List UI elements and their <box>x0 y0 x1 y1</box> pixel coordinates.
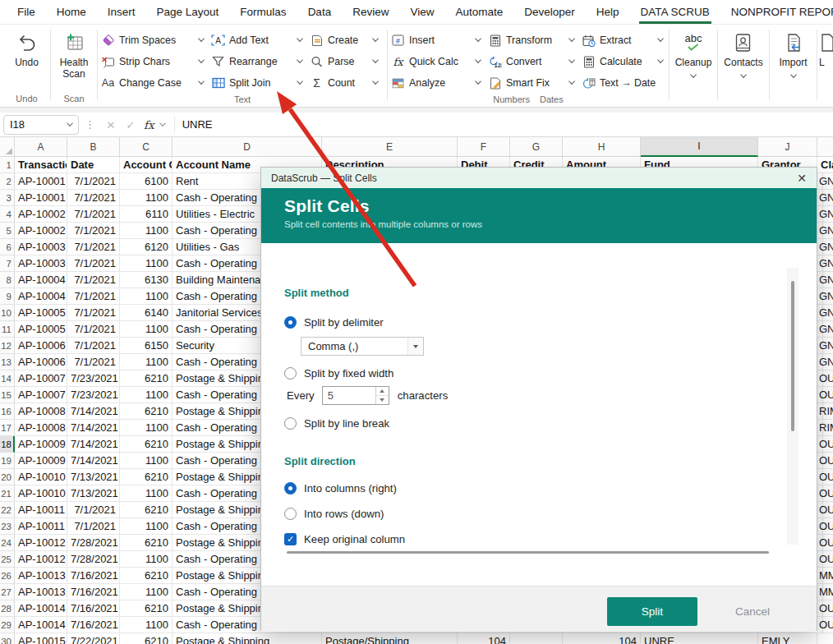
analyze-button[interactable]: Analyze <box>388 72 485 94</box>
menu-tab-page-layout[interactable]: Page Layout <box>146 1 230 24</box>
cell-A10[interactable]: AP-10005 <box>15 305 67 321</box>
chevron-down-icon[interactable] <box>568 57 575 63</box>
cell-B10[interactable]: 7/1/2021 <box>67 305 120 321</box>
cell-A22[interactable]: AP-10011 <box>15 502 67 518</box>
cell-K1[interactable]: Class <box>817 157 833 173</box>
row-header-3[interactable]: 3 <box>0 190 15 206</box>
cell-B20[interactable]: 7/13/2021 <box>67 469 120 485</box>
cell-A16[interactable]: AP-10008 <box>15 403 67 420</box>
row-header-2[interactable]: 2 <box>0 173 15 190</box>
row-header-20[interactable]: 20 <box>0 469 15 485</box>
row-header-24[interactable]: 24 <box>0 535 15 551</box>
cell-K4[interactable] <box>823 206 833 223</box>
row-header-19[interactable]: 19 <box>0 453 15 469</box>
stepper-up-icon[interactable] <box>376 387 389 396</box>
cell-H30[interactable]: 104 <box>563 633 641 644</box>
cell-K10[interactable] <box>823 305 833 321</box>
cell-A3[interactable]: AP-10001 <box>15 190 67 206</box>
cell-G30[interactable] <box>510 633 563 644</box>
cell-A20[interactable]: AP-10010 <box>15 469 67 485</box>
menu-tab-review[interactable]: Review <box>342 1 399 24</box>
split-join-button[interactable]: Split Join <box>208 72 306 94</box>
cell-B4[interactable]: 7/1/2021 <box>67 206 120 223</box>
cell-B17[interactable]: 7/14/2021 <box>67 420 120 436</box>
chevron-down-icon[interactable] <box>568 78 575 85</box>
confirm-entry-icon[interactable]: ✓ <box>121 118 140 131</box>
cell-K27[interactable] <box>823 584 833 600</box>
menu-tab-help[interactable]: Help <box>586 1 630 24</box>
row-header-9[interactable]: 9 <box>0 288 15 305</box>
clipped-button[interactable]: L <box>817 26 833 69</box>
row-header-17[interactable]: 17 <box>0 420 15 436</box>
chevron-down-icon[interactable] <box>297 35 303 42</box>
cell-B30[interactable]: 7/22/2021 <box>67 633 120 644</box>
cell-B26[interactable]: 7/16/2021 <box>67 568 120 584</box>
select-all-corner[interactable] <box>0 137 15 157</box>
row-header-22[interactable]: 22 <box>0 502 15 518</box>
cell-A23[interactable]: AP-10011 <box>15 518 67 535</box>
chevron-down-icon[interactable] <box>690 71 697 78</box>
cell-C24[interactable]: 6210 <box>120 535 173 551</box>
menu-tab-developer[interactable]: Developer <box>513 1 586 24</box>
cell-B8[interactable]: 7/1/2021 <box>67 272 120 288</box>
cell-K11[interactable] <box>823 321 833 338</box>
column-header-J[interactable]: J <box>758 137 817 157</box>
import-button[interactable]: Import <box>770 26 817 77</box>
row-header-15[interactable]: 15 <box>0 387 15 403</box>
cell-B9[interactable]: 7/1/2021 <box>67 288 120 305</box>
cell-K7[interactable] <box>823 255 833 272</box>
cell-C2[interactable]: 6100 <box>120 173 173 190</box>
text-to-date-button[interactable]: Text → Date <box>578 72 667 94</box>
menu-tab-data-scrub[interactable]: DATA SCRUB <box>630 1 720 24</box>
cell-K13[interactable] <box>823 354 833 370</box>
chevron-down-icon[interactable] <box>475 35 481 42</box>
characters-value[interactable]: 5 <box>323 387 375 404</box>
cell-B7[interactable]: 7/1/2021 <box>67 255 120 272</box>
insert-function-icon[interactable]: fx <box>144 118 154 131</box>
cell-A9[interactable]: AP-10004 <box>15 288 67 305</box>
cell-B2[interactable]: 7/1/2021 <box>67 173 120 190</box>
cell-C5[interactable]: 1100 <box>120 223 173 239</box>
cell-K28[interactable] <box>823 600 833 617</box>
cell-A29[interactable]: AP-10014 <box>15 617 67 633</box>
column-header-C[interactable]: C <box>120 137 173 157</box>
cell-C7[interactable]: 1100 <box>120 255 173 272</box>
chevron-down-icon[interactable] <box>372 35 379 42</box>
cell-C29[interactable]: 1100 <box>120 617 173 633</box>
cell-A4[interactable]: AP-10002 <box>15 206 67 223</box>
name-box[interactable]: I18 <box>3 115 79 135</box>
column-header-F[interactable]: F <box>458 137 510 157</box>
formula-input[interactable]: UNRE <box>182 118 213 131</box>
cell-A14[interactable]: AP-10007 <box>15 370 67 387</box>
delimiter-select[interactable]: Comma (,) <box>301 337 424 356</box>
trim-spaces-button[interactable]: Trim Spaces <box>98 30 208 51</box>
split-by-line-break-option[interactable]: Split by line break <box>284 417 389 430</box>
menu-tab-view[interactable]: View <box>399 1 444 24</box>
menu-tab-automate[interactable]: Automate <box>444 1 513 24</box>
cell-B5[interactable]: 7/1/2021 <box>67 223 120 239</box>
cell-B6[interactable]: 7/1/2021 <box>67 239 120 255</box>
chevron-down-icon[interactable] <box>790 71 797 78</box>
quick-calc-button[interactable]: fx Quick Calc <box>388 51 485 72</box>
cell-B22[interactable]: 7/1/2021 <box>67 502 120 518</box>
cell-B16[interactable]: 7/14/2021 <box>67 403 120 420</box>
split-by-delimiter-option[interactable]: Split by delimiter <box>284 316 384 329</box>
cell-F30[interactable]: 104 <box>458 633 510 644</box>
row-header-29[interactable]: 29 <box>0 617 15 633</box>
cell-C21[interactable]: 1100 <box>120 485 173 502</box>
cell-A1[interactable]: Transaction <box>15 157 67 173</box>
cell-A21[interactable]: AP-10010 <box>15 485 67 502</box>
row-header-12[interactable]: 12 <box>0 338 15 354</box>
vertical-scrollbar-thumb[interactable] <box>791 281 794 431</box>
cell-K5[interactable] <box>823 223 833 239</box>
cell-B28[interactable]: 7/16/2021 <box>67 600 120 617</box>
cell-C23[interactable]: 1100 <box>120 518 173 535</box>
cancel-button[interactable]: Cancel <box>711 597 794 626</box>
cell-K12[interactable] <box>823 338 833 354</box>
row-header-28[interactable]: 28 <box>0 600 15 617</box>
column-header-A[interactable]: A <box>15 137 67 157</box>
menu-tab-formulas[interactable]: Formulas <box>229 1 297 24</box>
cell-K18[interactable] <box>823 436 833 453</box>
cell-A25[interactable]: AP-10012 <box>15 551 67 568</box>
cell-C15[interactable]: 1100 <box>120 387 173 403</box>
